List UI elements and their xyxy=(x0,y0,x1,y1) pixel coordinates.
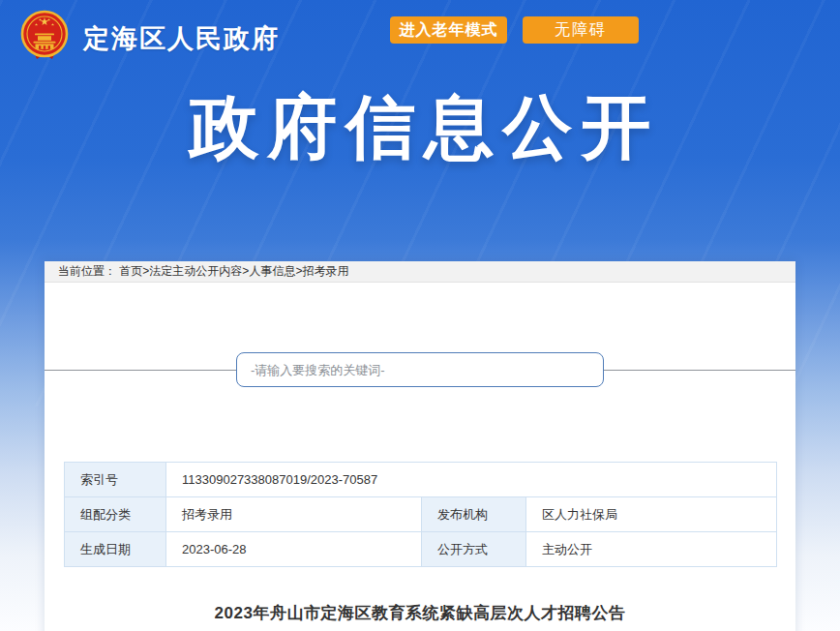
search-section xyxy=(45,283,795,462)
breadcrumb-item-legal-disclosure[interactable]: 法定主动公开内容 xyxy=(149,264,242,278)
breadcrumb-item-recruitment[interactable]: 招考录用 xyxy=(302,264,348,278)
category-value: 招考录用 xyxy=(166,497,422,532)
breadcrumb-prefix: 当前位置： xyxy=(58,264,116,278)
breadcrumb: 当前位置： 首页>法定主动公开内容>人事信息>招考录用 xyxy=(45,261,795,283)
content-card: 当前位置： 首页>法定主动公开内容>人事信息>招考录用 索引号 11330902… xyxy=(45,261,795,631)
category-label: 组配分类 xyxy=(65,497,166,532)
search-input[interactable] xyxy=(236,352,604,387)
breadcrumb-item-personnel-info[interactable]: 人事信息 xyxy=(249,264,295,278)
info-table: 索引号 113309027338087019/2023-70587 组配分类 招… xyxy=(64,462,777,567)
site-header: 定海区人民政府 进入老年模式 无障碍 xyxy=(0,0,840,62)
breadcrumb-item-home[interactable]: 首页 xyxy=(119,264,142,278)
index-number-label: 索引号 xyxy=(65,463,166,497)
disclosure-method-label: 公开方式 xyxy=(422,532,526,567)
site-title: 定海区人民政府 xyxy=(83,21,280,56)
page: 定海区人民政府 进入老年模式 无障碍 政府信息公开 当前位置： 首页>法定主动公… xyxy=(0,0,840,631)
issue-date-value: 2023-06-28 xyxy=(166,532,422,567)
table-row: 生成日期 2023-06-28 公开方式 主动公开 xyxy=(65,532,777,567)
elder-mode-button[interactable]: 进入老年模式 xyxy=(390,16,507,44)
banner-title: 政府信息公开 xyxy=(0,81,840,174)
issuing-agency-value: 区人力社保局 xyxy=(526,497,777,532)
issue-date-label: 生成日期 xyxy=(65,532,166,567)
issuing-agency-label: 发布机构 xyxy=(422,497,526,532)
table-row: 组配分类 招考录用 发布机构 区人力社保局 xyxy=(65,497,777,532)
accessibility-button[interactable]: 无障碍 xyxy=(523,16,639,44)
index-number-value: 113309027338087019/2023-70587 xyxy=(166,463,777,497)
article-title: 2023年舟山市定海区教育系统紧缺高层次人才招聘公告 xyxy=(45,602,795,624)
national-emblem-icon xyxy=(18,9,71,61)
disclosure-method-value: 主动公开 xyxy=(526,532,777,567)
table-row: 索引号 113309027338087019/2023-70587 xyxy=(65,463,777,497)
